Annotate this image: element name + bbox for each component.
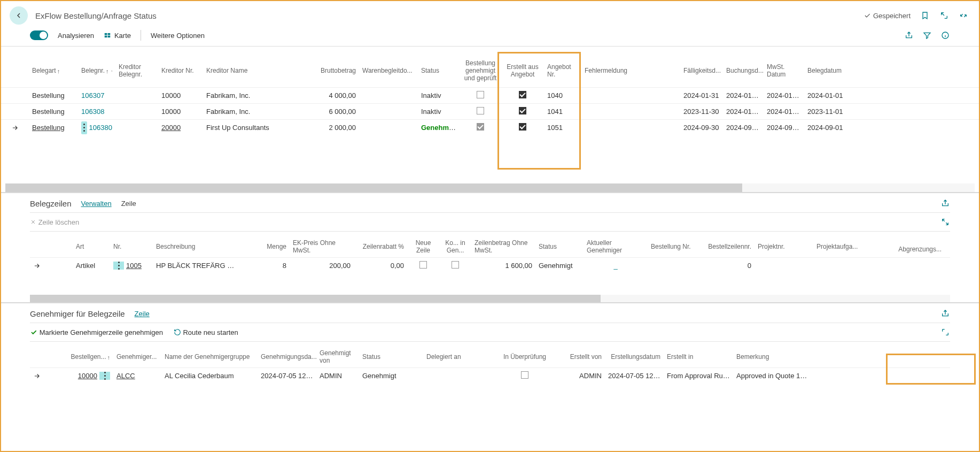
col[interactable]: Ko... in Gen... [439,239,471,254]
karte-button[interactable]: Karte [104,32,131,40]
svg-rect-0 [105,33,107,35]
horizontal-scrollbar[interactable] [5,183,975,192]
col-status[interactable]: Status [418,65,460,76]
col[interactable]: Zeilenbetrag Ohne MwSt. [471,239,535,254]
belegnr-link[interactable]: 106307 [81,91,104,99]
checkbox[interactable] [519,107,526,114]
cell: Fabrikam, Inc. [203,91,273,99]
zeile-link[interactable]: Zeile [121,200,136,208]
verwalten-link[interactable]: Verwalten [81,200,112,208]
col[interactable]: Bestellzeilennr. [706,243,755,250]
col-kreditornr[interactable]: Kreditor Nr. [158,65,203,76]
col[interactable]: Erstellungsdatum [605,353,664,361]
collapse-icon[interactable] [959,11,968,20]
col[interactable]: Projektaufga... [813,243,872,250]
row-menu-icon[interactable] [81,121,87,134]
restart-route-button[interactable]: Route neu starten [174,328,238,336]
cell: 0,00 [354,262,407,270]
table-row-selected[interactable]: Bestellung 106380 20000 First Up Consult… [1,119,979,135]
col[interactable]: Genehmigt von [316,349,359,364]
col[interactable]: Zeilenrabatt % [354,243,407,250]
table-row[interactable]: Bestellung 106307 10000 Fabrikam, Inc. 4… [1,87,979,103]
nr-link[interactable]: 1005 [126,262,142,270]
col[interactable]: Bestellgen...↑ [67,353,113,361]
svg-rect-1 [108,33,111,35]
filter-icon[interactable] [922,30,932,40]
back-button[interactable] [10,6,28,25]
cell: Artikel [73,262,110,270]
col[interactable]: EK-Preis Ohne MwSt. [290,239,354,254]
approve-selected-button[interactable]: Markierte Genehmigerzeile genehmigen [30,328,163,336]
col[interactable]: Bestellung Nr. [648,243,706,250]
col[interactable]: Status [359,353,423,361]
col-fehler[interactable]: Fehlermeldung [581,65,680,76]
checkbox[interactable] [452,261,459,269]
expand-icon[interactable] [940,217,950,227]
horizontal-scrollbar[interactable] [30,295,950,302]
col-kreditorname[interactable]: Kreditor Name [203,65,273,76]
share-icon[interactable] [904,30,914,40]
col[interactable]: In Überprüfung [498,353,551,361]
popout-icon[interactable] [939,11,949,20]
col[interactable]: Projektnr. [755,243,813,250]
col[interactable]: Menge [238,243,290,250]
more-options-button[interactable]: Weitere Optionen [151,32,205,40]
checkbox[interactable] [519,91,526,98]
cell: 2024-01-31 [680,91,723,99]
cell: 1040 [544,91,581,99]
col[interactable]: Name der Genehmigergruppe [161,353,258,361]
col[interactable]: Beschreibung [153,243,238,250]
cell: 1 600,00 [471,262,535,270]
table-row[interactable]: Bestellung 106308 10000 Fabrikam, Inc. 6… [1,103,979,119]
delete-line-button[interactable]: Zeile löschen [30,218,79,226]
belegnr-link[interactable]: 106380 [89,124,112,132]
col[interactable]: Neue Zeile [407,239,439,254]
col-bemerkung[interactable]: Bemerkung [733,353,813,361]
row-menu-icon[interactable] [99,372,110,380]
approver-link[interactable]: ALCC [116,372,135,380]
analysieren-button[interactable]: Analysieren [58,32,94,40]
zeile-link[interactable]: Zeile [135,310,150,318]
col[interactable]: Nr. [110,243,153,250]
cell: 2023-11-01 [804,108,848,116]
row-menu-icon[interactable] [113,262,124,270]
col-belegnr[interactable]: Belegnr.↑ [78,65,115,76]
col-waren[interactable]: Warenbegleitdo... [359,65,418,76]
col[interactable]: Status [535,243,584,250]
col[interactable]: Erstellt in [664,353,733,361]
col-angebotnr[interactable]: Angebot Nr. [544,61,581,80]
line-row[interactable]: Artikel 1005 HP BLÄCK TREFÄRG NO.343 8 2… [30,257,950,273]
col-mwst[interactable]: MwSt. Datum [764,61,804,80]
checkbox[interactable] [477,91,484,98]
col-geprueft[interactable]: Bestellung genehmigt und geprüft [460,57,501,84]
bookmark-icon[interactable] [920,11,930,20]
col[interactable]: Abgrenzungs... [898,246,942,253]
col-faellig[interactable]: Fälligkeitsd... [680,65,723,76]
col[interactable]: Delegiert an [423,353,498,361]
col-brutto[interactable]: Bruttobetrag [273,65,359,76]
col[interactable]: Erstellt von [551,353,605,361]
approver-row[interactable]: 10000 ALCC AL Cecilia Cederbaum 2024-07-… [30,367,950,384]
checkbox[interactable] [519,123,526,131]
share-icon[interactable] [940,198,950,208]
col[interactable]: Genehmigungsda... [258,353,316,361]
col[interactable]: Aktueller Genehmiger [584,239,648,254]
checkbox[interactable] [521,371,528,379]
col[interactable]: Art [73,243,110,250]
expand-icon[interactable] [940,327,950,337]
col-belegart[interactable]: Belegart↑ [29,65,78,76]
col-erstellt[interactable]: Erstellt aus Angebot [501,61,544,80]
info-icon[interactable] [940,30,950,40]
col-belegdatum[interactable]: Belegdatum [804,65,848,76]
checkbox[interactable] [419,261,427,269]
analyze-toggle[interactable] [30,30,48,40]
checkbox[interactable] [477,123,484,131]
cell: Inaktiv [418,91,460,99]
belegnr-link[interactable]: 106308 [81,108,104,116]
col-buchung[interactable]: Buchungsd... [723,65,764,76]
col-kbelegnr[interactable]: Kreditor Belegnr. [115,61,158,80]
cell: First Up Consultants [203,124,273,132]
checkbox[interactable] [477,107,484,114]
share-icon[interactable] [940,309,950,318]
col[interactable]: Genehmiger... [113,353,161,361]
